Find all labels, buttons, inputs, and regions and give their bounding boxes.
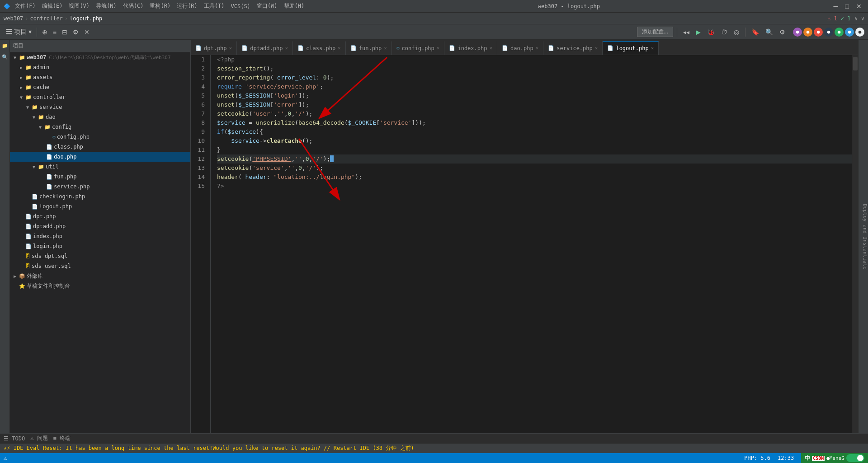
close-button[interactable]: ✕ — [854, 1, 864, 12]
breadcrumb-controller[interactable]: controller — [30, 15, 63, 22]
tree-item-service-php[interactable]: ▶ 📄 service.php — [10, 182, 190, 192]
menu-run[interactable]: 运行(R) — [174, 1, 200, 11]
app-container: 🔷 文件(F) 编辑(E) 视图(V) 导航(N) 代码(C) 重构(R) 运行… — [0, 0, 868, 463]
tab-close-dao[interactable]: ✕ — [536, 45, 539, 51]
tree-item-service[interactable]: ▼ 📁 service — [10, 102, 190, 112]
maximize-button[interactable]: □ — [843, 1, 852, 12]
profile-button[interactable]: ⏱ — [719, 27, 730, 37]
browser-icon-6[interactable]: ● — [845, 28, 854, 37]
tab-close-class[interactable]: ✕ — [338, 45, 341, 51]
tab-close-fun[interactable]: ✕ — [384, 45, 387, 51]
tree-item-web307[interactable]: ▼ 📁 web307 C:\Users\86135\Desktop\web\代码… — [10, 52, 190, 62]
project-toggle-button[interactable]: ☰ 项目 ▾ — [4, 27, 34, 37]
menu-edit[interactable]: 编辑(E) — [39, 1, 66, 11]
tree-item-cache[interactable]: ▶ 📁 cache — [10, 82, 190, 92]
tree-item-logout-php[interactable]: ▶ 📄 logout.php — [10, 201, 190, 211]
tab-close-service[interactable]: ✕ — [595, 45, 598, 51]
code-content[interactable]: <?php session_start(); error_reporting( … — [211, 55, 852, 433]
right-activity-bar: Deploy and Instantiate — [858, 40, 868, 433]
navigate-btn-1[interactable]: ⊕ — [40, 27, 50, 37]
browser-icon-7[interactable]: ● — [855, 28, 864, 37]
menu-file[interactable]: 文件(F) — [12, 1, 38, 11]
tab-fun-php[interactable]: 📄 fun.php ✕ — [346, 41, 392, 55]
tree-item-dao[interactable]: ▼ 📁 dao — [10, 112, 190, 122]
activity-icon-2[interactable]: 🔍 — [0, 53, 9, 61]
tree-item-dao-php[interactable]: ▶ 📄 dao.php — [10, 152, 190, 162]
menu-view[interactable]: 视图(V) — [66, 1, 92, 11]
menu-tools[interactable]: 工具(T) — [201, 1, 227, 11]
tab-close-logout[interactable]: ✕ — [651, 45, 654, 51]
tree-item-dpt-php[interactable]: ▶ 📄 dpt.php — [10, 211, 190, 221]
menu-nav[interactable]: 导航(N) — [93, 1, 119, 11]
todo-tab[interactable]: ☰ TODO — [4, 435, 25, 442]
problem-tab[interactable]: ⚠ 问题 — [30, 435, 47, 442]
toggle-icon[interactable] — [846, 454, 864, 462]
collapse-icon[interactable]: ∨ — [861, 15, 864, 22]
menu-vcs[interactable]: VCS(S) — [228, 2, 253, 10]
tab-dao-php[interactable]: 📄 dao.php ✕ — [497, 41, 543, 55]
tree-item-controller[interactable]: ▼ 📁 controller — [10, 92, 190, 102]
tab-config-php[interactable]: ⚙ config.php ✕ — [392, 41, 445, 55]
tree-item-login-php[interactable]: ▶ 📄 login.php — [10, 241, 190, 251]
expand-arrow-config-folder: ▼ — [39, 125, 43, 130]
tree-item-external-libs[interactable]: ▶ 📦 外部库 — [10, 271, 190, 281]
tree-item-config-php[interactable]: ▶ ⚙ config.php — [10, 132, 190, 142]
debug-button[interactable]: 🐞 — [705, 27, 717, 37]
tree-item-class-php[interactable]: ▶ 📄 class.php — [10, 142, 190, 152]
minimize-button[interactable]: ─ — [831, 1, 841, 12]
menu-refactor[interactable]: 重构(R) — [147, 1, 173, 11]
breadcrumb-web307[interactable]: web307 — [4, 15, 23, 22]
tree-item-config-folder[interactable]: ▼ 📁 config — [10, 122, 190, 132]
menu-help[interactable]: 帮助(H) — [281, 1, 307, 11]
settings2-button[interactable]: ⚙ — [777, 27, 788, 37]
navigate-btn-3[interactable]: ⊟ — [60, 27, 70, 37]
tab-icon-fun: 📄 — [350, 45, 357, 51]
tab-dpt-php[interactable]: 📄 dpt.php ✕ — [191, 41, 237, 55]
tree-item-dptadd-php[interactable]: ▶ 📄 dptadd.php — [10, 221, 190, 231]
browser-icon-3[interactable]: ● — [814, 28, 823, 37]
menu-code[interactable]: 代码(C) — [120, 1, 146, 11]
tree-item-index-php[interactable]: ▶ 📄 index.php — [10, 231, 190, 241]
close-sidebar-button[interactable]: ✕ — [82, 27, 92, 37]
run-back-button[interactable]: ◂◂ — [681, 27, 692, 37]
find-button[interactable]: 🔍 — [763, 27, 775, 37]
expand-icon[interactable]: ∧ — [854, 15, 858, 22]
tree-item-fun-php[interactable]: ▶ 📄 fun.php — [10, 172, 190, 182]
breadcrumb-logout[interactable]: logout.php — [70, 15, 102, 22]
activity-icon-1[interactable]: 📁 — [0, 42, 9, 50]
zh-label: 中 — [805, 454, 810, 462]
tree-label-service: service — [39, 104, 62, 110]
tab-logout-php[interactable]: 📄 logout.php ✕ — [603, 41, 659, 55]
tree-item-scratch[interactable]: ▶ ⭐ 草稿文件和控制台 — [10, 281, 190, 291]
terminal-tab[interactable]: ≡ 终端 — [53, 435, 71, 442]
add-config-button[interactable]: 添加配置... — [637, 27, 673, 37]
tab-index-php[interactable]: 📄 index.php ✕ — [444, 41, 497, 55]
tree-item-assets[interactable]: ▶ 📁 assets — [10, 72, 190, 82]
tab-dptadd-php[interactable]: 📄 dptadd.php ✕ — [237, 41, 293, 55]
tab-close-config[interactable]: ✕ — [437, 45, 440, 51]
settings-button[interactable]: ⚙ — [71, 27, 81, 37]
menu-window[interactable]: 窗口(W) — [254, 1, 280, 11]
coverage-button[interactable]: ◎ — [731, 27, 741, 37]
tree-label-sds-user-sql: sds_user.sql — [32, 263, 71, 269]
scrollbar[interactable] — [852, 55, 858, 433]
tree-item-util[interactable]: ▼ 📁 util — [10, 162, 190, 172]
tab-class-php[interactable]: 📄 class.php ✕ — [293, 41, 346, 55]
tree-item-admin[interactable]: ▶ 📁 admin — [10, 62, 190, 72]
bookmark-button[interactable]: 🔖 — [749, 27, 761, 37]
browser-icon-5[interactable]: ● — [835, 28, 844, 37]
tab-close-index[interactable]: ✕ — [489, 45, 492, 51]
breadcrumb-sep-1: › — [25, 15, 28, 22]
tab-close-dpt[interactable]: ✕ — [229, 45, 232, 51]
tree-item-checklogin-php[interactable]: ▶ 📄 checklogin.php — [10, 192, 190, 201]
browser-icon-4[interactable]: ● — [824, 28, 833, 37]
browser-icon-1[interactable]: ● — [793, 28, 802, 37]
tab-service-php[interactable]: 📄 service.php ✕ — [543, 41, 603, 55]
browser-icon-2[interactable]: ● — [803, 28, 812, 37]
tab-close-dptadd[interactable]: ✕ — [285, 45, 288, 51]
tree-item-sds-user-sql[interactable]: ▶ 🗄 sds_user.sql — [10, 261, 190, 271]
tree-item-sds-dpt-sql[interactable]: ▶ 🗄 sds_dpt.sql — [10, 251, 190, 261]
file-icon-index-php: 📄 — [25, 234, 32, 239]
run-button[interactable]: ▶ — [693, 27, 703, 37]
navigate-btn-2[interactable]: ≡ — [51, 27, 59, 37]
